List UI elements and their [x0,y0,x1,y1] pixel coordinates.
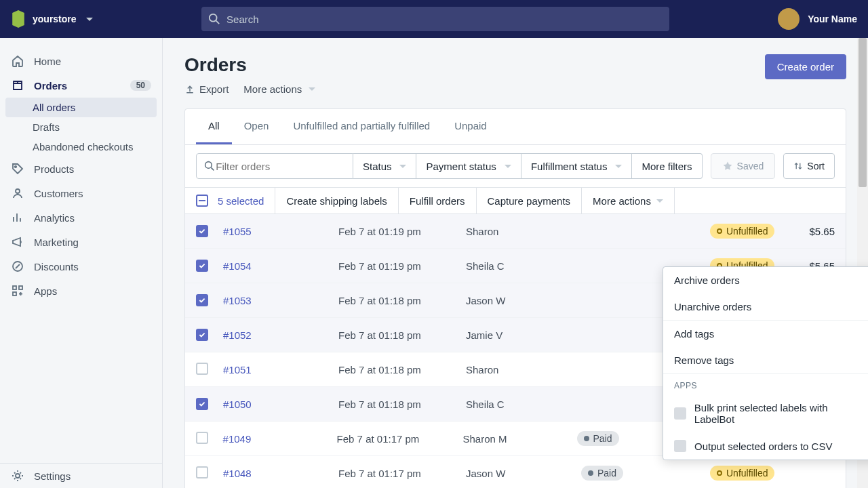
dd-remove-tags[interactable]: Remove tags [663,347,868,373]
nav-customers[interactable]: Customers [0,181,162,205]
order-customer: Jason W [466,468,581,479]
tag-icon [11,162,24,176]
row-checkbox[interactable] [196,294,208,306]
nav-products[interactable]: Products [0,157,162,181]
apps-icon [11,284,24,298]
bulk-capture[interactable]: Capture payments [477,188,583,214]
row-checkbox[interactable] [196,432,208,444]
nav-apps[interactable]: Apps [0,279,162,303]
dd-app-labelbot[interactable]: Bulk print selected labels with LabelBot [663,394,868,432]
bulk-shipping-labels[interactable]: Create shipping labels [275,188,398,214]
order-customer: Sheila C [466,260,581,272]
order-total: $5.65 [805,226,835,237]
order-id-link[interactable]: #1051 [223,364,338,375]
nav-analytics[interactable]: Analytics [0,205,162,230]
avatar [778,8,800,30]
filter-bar: Status Payment status Fulfillment status… [185,145,846,187]
bulk-more-actions[interactable]: More actions [582,188,675,214]
order-id-link[interactable]: #1054 [223,260,338,272]
nav-settings[interactable]: Settings [0,464,162,488]
svg-point-9 [205,162,212,169]
tab-all[interactable]: All [196,109,232,144]
order-id-link[interactable]: #1052 [223,329,338,341]
search-box[interactable] [201,7,669,31]
order-customer: Jamie V [466,329,581,341]
store-name: yourstore [33,14,77,24]
dd-apps-header: APPS [663,374,868,394]
person-icon [11,186,24,200]
order-id-link[interactable]: #1053 [223,295,338,306]
create-order-button[interactable]: Create order [765,54,846,79]
search-input[interactable] [226,14,663,25]
svg-rect-7 [13,292,16,296]
nav-orders[interactable]: Orders 50 [0,73,162,98]
sort-button[interactable]: Sort [783,153,835,179]
saved-button: Saved [711,153,776,179]
bulk-action-bar: 5 selected Create shipping labels Fulfil… [185,187,846,214]
row-checkbox[interactable] [196,260,208,272]
chevron-down-icon [505,165,511,168]
svg-line-1 [216,21,220,24]
order-id-link[interactable]: #1048 [223,468,338,479]
orders-icon [11,79,24,92]
shopify-logo-icon [11,10,26,28]
page-title: Orders [184,54,247,76]
nav-discounts[interactable]: Discounts [0,254,162,279]
svg-point-3 [16,189,20,193]
chevron-down-icon [309,87,315,91]
megaphone-icon [11,235,24,249]
tab-unpaid[interactable]: Unpaid [442,109,499,144]
order-id-link[interactable]: #1055 [223,226,338,237]
export-button[interactable]: Export [184,83,229,95]
filter-fulfillment[interactable]: Fulfillment status [521,153,633,179]
search-wrap [104,7,768,31]
chevron-down-icon [86,18,93,21]
table-row[interactable]: #1055Feb 7 at 01:19 pmSharonUnfulfilled$… [185,214,846,249]
store-switcher[interactable]: yourstore [11,10,93,28]
tab-unfulfilled[interactable]: Unfulfilled and partially fulfilled [281,109,442,144]
bulk-selected[interactable]: 5 selected [185,188,275,214]
table-row[interactable]: #1048Feb 7 at 01:17 pmJason WPaidUnfulfi… [185,456,846,488]
row-checkbox[interactable] [196,398,208,410]
nav-label: Settings [34,470,71,482]
nav-sub-all-orders[interactable]: All orders [5,98,157,117]
filter-input[interactable] [216,161,346,172]
order-date: Feb 7 at 01:18 pm [338,364,466,375]
dd-archive[interactable]: Archive orders [663,267,868,293]
more-actions-dropdown: Archive orders Unarchive orders Add tags… [663,266,868,460]
row-checkbox[interactable] [196,466,208,479]
order-customer: Jason W [466,295,581,306]
tab-open[interactable]: Open [232,109,281,144]
nav-sub-abandoned[interactable]: Abandoned checkouts [0,137,162,157]
row-checkbox[interactable] [196,329,208,341]
user-menu[interactable]: Your Name [778,8,857,30]
row-checkbox[interactable] [196,363,208,375]
star-icon [722,161,733,171]
export-icon [184,84,195,95]
scrollbar-thumb[interactable] [859,38,867,187]
dd-unarchive[interactable]: Unarchive orders [663,293,868,320]
nav-home[interactable]: Home [0,49,162,73]
filter-more[interactable]: More filters [632,153,702,179]
row-checkbox[interactable] [196,225,208,237]
dd-add-tags[interactable]: Add tags [663,321,868,347]
sidebar: Home Orders 50 All orders Drafts Abandon… [0,38,163,488]
dd-app-csv[interactable]: Output selected orders to CSV [663,432,868,460]
order-date: Feb 7 at 01:19 pm [338,260,466,272]
more-actions-button[interactable]: More actions [243,83,315,95]
order-id-link[interactable]: #1050 [223,399,338,410]
discount-icon [11,260,24,273]
checkbox-indeterminate-icon[interactable] [196,195,208,207]
nav-sub-drafts[interactable]: Drafts [0,117,162,137]
nav-marketing[interactable]: Marketing [0,230,162,254]
svg-point-0 [210,14,217,22]
chevron-down-icon [615,165,622,168]
filter-payment[interactable]: Payment status [416,153,521,179]
bulk-fulfill[interactable]: Fulfill orders [399,188,477,214]
order-date: Feb 7 at 01:19 pm [338,226,466,237]
order-date: Feb 7 at 01:17 pm [337,433,463,445]
filter-input-wrap[interactable] [196,153,353,179]
filter-status[interactable]: Status [353,153,417,179]
order-customer: Sheila C [466,399,581,410]
order-id-link[interactable]: #1049 [223,433,337,445]
